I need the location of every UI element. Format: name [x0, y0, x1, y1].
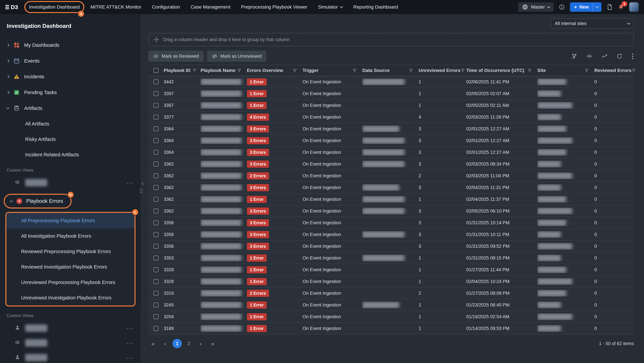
row-checkbox[interactable]: [154, 279, 158, 284]
column-header-time-of-occurrence-utc[interactable]: Time of Occurrence (UTC): [466, 68, 537, 73]
row-checkbox[interactable]: [154, 267, 158, 272]
nav-item-reporting-dashboard[interactable]: Reporting Dashboard: [350, 2, 402, 12]
sidebar-item-all-artifacts[interactable]: All Artifacts: [0, 116, 141, 132]
sidebar-item-risky-artifacts[interactable]: Risky Artifacts: [0, 132, 141, 147]
table-row[interactable]: 33281 ErrorOn Event Ingestion101/27/2025…: [148, 264, 634, 276]
refresh-icon[interactable]: [616, 53, 623, 60]
row-checkbox[interactable]: [154, 326, 158, 331]
sidebar-item-incidents[interactable]: Incidents: [0, 69, 141, 84]
row-checkbox[interactable]: [154, 185, 158, 190]
sidebar-item-unreviewed-preprocessing-playbook-errors[interactable]: Unreviewed Preprocessing Playbook Errors: [6, 274, 134, 290]
nav-item-simulator[interactable]: Simulator: [314, 2, 346, 12]
nav-item-preprocessing-playbook-viewer[interactable]: Preprocessing Playbook Viewer: [237, 2, 311, 12]
column-header-trigger[interactable]: Trigger: [302, 68, 362, 73]
row-checkbox[interactable]: [154, 79, 158, 84]
table-row[interactable]: 33281 ErrorOn Event Ingestion102/04/2025…: [148, 276, 634, 288]
table-row[interactable]: 34421 ErrorOn Event Ingestion102/06/2025…: [148, 76, 634, 88]
mark-as-reviewed-button[interactable]: Mark as Reviewed: [148, 51, 204, 62]
row-checkbox[interactable]: [154, 244, 158, 249]
master-site-selector[interactable]: Master: [518, 2, 554, 12]
more-options-kebab-icon[interactable]: [632, 53, 634, 60]
mark-as-unreviewed-button[interactable]: Mark as Unreviewed: [207, 51, 266, 62]
filter-icon[interactable]: [408, 68, 413, 73]
sidebar-item-reviewed-preprocessing-playbook-errors[interactable]: Reviewed Preprocessing Playbook Errors: [6, 244, 134, 259]
table-row[interactable]: 33621 ErrorOn Event Ingestion102/04/2025…: [148, 194, 634, 205]
table-row[interactable]: 33971 ErrorOn Event Ingestion102/05/2025…: [148, 100, 634, 112]
custom-view-item[interactable]: ···: [0, 336, 141, 350]
filter-icon[interactable]: [527, 68, 532, 73]
filter-icon[interactable]: [352, 68, 357, 73]
chart-icon[interactable]: [601, 53, 608, 60]
column-header-site[interactable]: Site: [537, 68, 594, 73]
filter-icon[interactable]: [460, 68, 465, 73]
more-options-icon[interactable]: ···: [126, 354, 134, 361]
row-checkbox[interactable]: [154, 291, 158, 296]
row-checkbox[interactable]: [154, 232, 158, 237]
row-checkbox[interactable]: [154, 197, 158, 202]
table-row[interactable]: 33643 ErrorsOn Event Ingestion302/01/202…: [148, 146, 634, 158]
row-checkbox[interactable]: [154, 220, 158, 225]
nav-item-mitre-att-ck-monitor[interactable]: MITRE ATT&CK Monitor: [87, 2, 145, 12]
row-checkbox[interactable]: [154, 103, 158, 108]
site-filter-select[interactable]: All internal sites: [551, 18, 634, 28]
row-checkbox[interactable]: [154, 256, 158, 260]
nav-item-case-management[interactable]: Case Management: [187, 2, 234, 12]
d3-logo[interactable]: D3: [5, 4, 18, 10]
column-header-reviewed-errors[interactable]: Reviewed Errors: [594, 68, 634, 73]
table-row[interactable]: 33563 ErrorsOn Event Ingestion301/31/202…: [148, 240, 634, 252]
sidebar-drag-grip[interactable]: [140, 188, 142, 193]
table-row[interactable]: 32451 ErrorOn Event Ingestion101/23/2025…: [148, 299, 634, 311]
last-page-button[interactable]: »: [208, 339, 217, 348]
table-row[interactable]: 33643 ErrorsOn Event Ingestion302/01/202…: [148, 123, 634, 135]
new-button-main[interactable]: + New: [570, 2, 593, 12]
new-button[interactable]: + New: [570, 2, 602, 12]
sidebar-item-unreviewed-investigation-playbook-errors[interactable]: Unreviewed Investigation Playbook Errors: [6, 290, 134, 306]
table-row[interactable]: 33622 ErrorsOn Event Ingestion202/03/202…: [148, 170, 634, 182]
column-header-errors-overview[interactable]: Errors Overview: [247, 68, 302, 73]
sidebar-item-incident-related-artifacts[interactable]: Incident Related Artifacts: [0, 147, 141, 162]
filter-icon[interactable]: [292, 68, 297, 73]
nav-item-investigation-dashboard[interactable]: Investigation Dashboarda: [25, 2, 83, 12]
row-checkbox[interactable]: [154, 126, 158, 131]
sidebar-item-all-investigation-playbook-errors[interactable]: All Investigation Playbook Errors: [6, 228, 134, 244]
column-header-data-source[interactable]: Data Source: [362, 68, 418, 73]
table-row[interactable]: 33623 ErrorsOn Event Ingestion302/04/202…: [148, 182, 634, 194]
row-checkbox[interactable]: [154, 162, 158, 166]
table-row[interactable]: 33563 ErrorsOn Event Ingestion301/31/202…: [148, 229, 634, 240]
sidebar-item-playbook-errors[interactable]: × Playbook Errors b: [5, 195, 70, 208]
sidebar-item-pending-tasks[interactable]: Pending Tasks: [0, 84, 141, 100]
page-1-button[interactable]: 1: [172, 339, 182, 348]
table-row[interactable]: 33192 ErrorsOn Event Ingestion201/27/202…: [148, 288, 634, 299]
row-checkbox[interactable]: [154, 150, 158, 155]
sidebar-item-events[interactable]: Events: [0, 53, 141, 69]
filter-icon[interactable]: [237, 68, 242, 73]
row-checkbox[interactable]: [154, 173, 158, 178]
previous-page-button[interactable]: ‹: [160, 339, 170, 348]
group-by-dropzone[interactable]: Drag a column header and drop it here to…: [148, 33, 634, 46]
table-row[interactable]: 33971 ErrorOn Event Ingestion102/05/2025…: [148, 88, 634, 100]
filter-icon[interactable]: [584, 68, 589, 73]
first-page-button[interactable]: «: [148, 339, 158, 348]
new-button-caret[interactable]: [593, 2, 602, 12]
more-options-icon[interactable]: ···: [126, 180, 134, 186]
more-options-icon[interactable]: ···: [126, 340, 134, 346]
sidebar-item-artifacts[interactable]: Artifacts: [0, 100, 141, 116]
table-row[interactable]: 33623 ErrorsOn Event Ingestion302/03/202…: [148, 158, 634, 170]
document-button[interactable]: [606, 4, 613, 10]
table-row[interactable]: 33563 ErrorsOn Event Ingestion301/31/202…: [148, 217, 634, 229]
nav-item-configuration[interactable]: Configuration: [148, 2, 184, 12]
sidebar-collapse-handle[interactable]: ‹: [142, 180, 144, 187]
row-checkbox[interactable]: [154, 302, 158, 308]
table-row[interactable]: 33774 ErrorsOn Event Ingestion402/03/202…: [148, 112, 634, 123]
clear-filters-icon[interactable]: [571, 53, 578, 60]
row-checkbox[interactable]: [154, 314, 158, 319]
avatar[interactable]: [629, 2, 639, 12]
custom-view-item[interactable]: ···: [0, 175, 141, 190]
table-row[interactable]: 33623 ErrorsOn Event Ingestion302/05/202…: [148, 205, 634, 217]
sort-filter-icon[interactable]: [192, 68, 197, 73]
table-row[interactable]: 33643 ErrorsOn Event Ingestion302/01/202…: [148, 135, 634, 146]
sidebar-item-my-dashboards[interactable]: My Dashboards: [0, 37, 141, 53]
custom-view-item[interactable]: ···: [0, 350, 141, 363]
column-header-unreviewed-errors[interactable]: Unreviewed Errors: [418, 68, 466, 73]
row-checkbox[interactable]: [154, 91, 158, 96]
